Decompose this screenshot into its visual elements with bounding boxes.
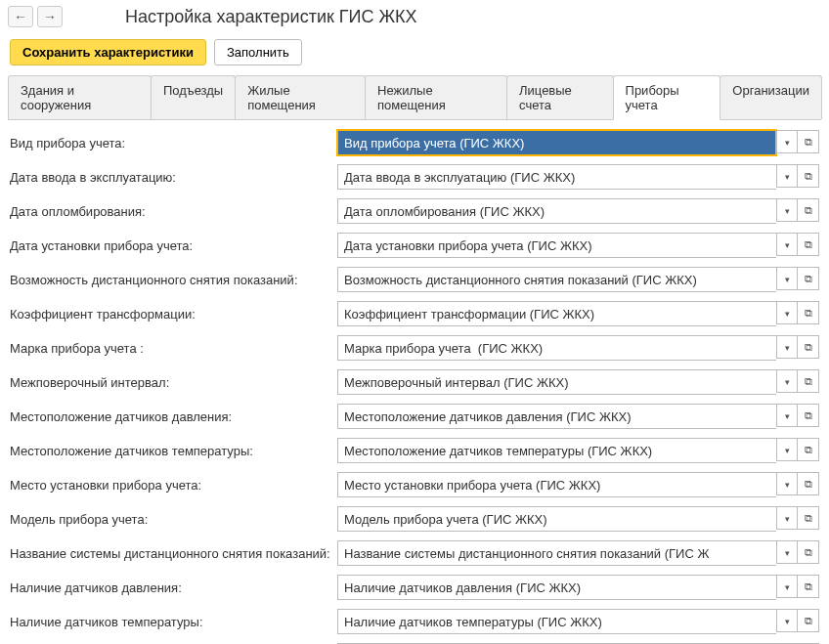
chevron-down-icon (785, 171, 790, 182)
open-external-button[interactable] (798, 575, 819, 598)
dropdown-button[interactable] (776, 438, 798, 461)
field-label: Дата ввода в эксплуатацию: (10, 170, 337, 185)
open-external-button[interactable] (798, 506, 819, 530)
tab-3[interactable]: Нежилые помещения (365, 75, 507, 119)
dropdown-button[interactable] (776, 609, 798, 632)
open-external-button[interactable] (798, 438, 819, 461)
input-group (337, 164, 819, 190)
value-input[interactable] (338, 576, 776, 599)
field-label: Марка прибора учета : (10, 341, 337, 356)
form-row-7: Межповерочный интервал: (10, 369, 819, 395)
value-input[interactable] (338, 336, 776, 360)
chevron-down-icon (785, 342, 790, 353)
dropdown-button[interactable] (776, 404, 798, 427)
value-input[interactable] (338, 473, 776, 496)
chevron-down-icon (785, 616, 790, 626)
open-external-button[interactable] (798, 164, 819, 188)
tabs: Здания и сооруженияПодъездыЖилые помещен… (8, 75, 821, 120)
field-label: Наличие датчиков температуры: (10, 615, 337, 629)
dropdown-button[interactable] (776, 233, 798, 256)
dropdown-button[interactable] (776, 164, 798, 188)
tab-0[interactable]: Здания и сооружения (8, 75, 152, 119)
open-external-button[interactable] (798, 540, 819, 564)
value-input[interactable] (338, 507, 776, 531)
top-toolbar: ← → Настройка характеристик ГИС ЖКХ (0, 0, 829, 33)
value-input[interactable] (338, 541, 776, 565)
form-row-3: Дата установки прибора учета: (10, 233, 819, 258)
value-input[interactable] (338, 370, 776, 394)
input-group (337, 198, 819, 224)
open-external-button[interactable] (798, 472, 819, 495)
field-label: Дата установки прибора учета: (10, 238, 337, 253)
open-external-button[interactable] (798, 301, 819, 324)
value-input[interactable] (338, 131, 776, 154)
dropdown-button[interactable] (776, 267, 798, 290)
open-external-button[interactable] (798, 267, 819, 290)
open-external-icon (805, 273, 812, 285)
value-input[interactable] (338, 199, 776, 223)
value-input[interactable] (338, 165, 776, 189)
open-external-icon (805, 136, 812, 149)
dropdown-button[interactable] (776, 540, 798, 564)
open-external-button[interactable] (798, 130, 819, 153)
open-external-button[interactable] (798, 369, 819, 393)
value-input[interactable] (338, 439, 776, 462)
tab-6[interactable]: Организации (720, 75, 822, 119)
open-external-icon (805, 409, 812, 422)
input-group (337, 369, 819, 395)
open-external-button[interactable] (798, 233, 819, 256)
chevron-down-icon (785, 513, 790, 524)
input-group (337, 301, 819, 326)
dropdown-button[interactable] (776, 130, 798, 153)
form-row-6: Марка прибора учета : (10, 335, 819, 361)
tab-2[interactable]: Жилые помещения (235, 75, 366, 119)
input-group (337, 130, 819, 155)
open-external-button[interactable] (798, 609, 819, 632)
forward-button[interactable]: → (37, 6, 63, 27)
field-label: Коэффициент трансформации: (10, 307, 337, 322)
save-button[interactable]: Сохранить характеристики (10, 39, 206, 65)
dropdown-button[interactable] (776, 301, 798, 324)
chevron-down-icon (785, 376, 790, 387)
dropdown-button[interactable] (776, 575, 798, 598)
open-external-icon (805, 170, 812, 183)
value-input[interactable] (338, 405, 776, 428)
field-label: Место установки прибора учета: (10, 478, 337, 493)
form-row-13: Наличие датчиков давления: (10, 575, 819, 600)
page-title: Настройка характеристик ГИС ЖКХ (125, 7, 417, 27)
back-button[interactable]: ← (8, 6, 33, 27)
tab-4[interactable]: Лицевые счета (506, 75, 614, 119)
open-external-icon (805, 375, 812, 388)
dropdown-button[interactable] (776, 369, 798, 393)
chevron-down-icon (785, 445, 790, 455)
open-external-button[interactable] (798, 198, 819, 222)
fill-button[interactable]: Заполнить (214, 39, 302, 65)
value-input[interactable] (338, 610, 776, 633)
field-label: Модель прибора учета: (10, 512, 337, 527)
dropdown-button[interactable] (776, 198, 798, 222)
open-external-icon (805, 615, 812, 627)
field-label: Местоположение датчиков температуры: (10, 444, 337, 458)
value-input[interactable] (338, 268, 776, 291)
dropdown-button[interactable] (776, 506, 798, 530)
open-external-button[interactable] (798, 404, 819, 427)
tab-1[interactable]: Подъезды (151, 75, 236, 119)
input-group (337, 233, 819, 258)
chevron-down-icon (785, 479, 790, 490)
value-input[interactable] (338, 234, 776, 257)
value-input[interactable] (338, 302, 776, 325)
open-external-button[interactable] (798, 335, 819, 359)
input-group (337, 267, 819, 292)
tab-5[interactable]: Приборы учета (613, 75, 721, 120)
input-group (337, 472, 819, 497)
form-row-0: Вид прибора учета: (10, 130, 819, 155)
dropdown-button[interactable] (776, 472, 798, 495)
dropdown-button[interactable] (776, 335, 798, 359)
open-external-icon (805, 478, 812, 491)
chevron-down-icon (785, 581, 790, 592)
input-group (337, 540, 819, 566)
field-label: Местоположение датчиков давления: (10, 409, 337, 424)
chevron-down-icon (785, 205, 790, 216)
field-label: Дата опломбирования: (10, 204, 337, 219)
chevron-down-icon (785, 239, 790, 250)
